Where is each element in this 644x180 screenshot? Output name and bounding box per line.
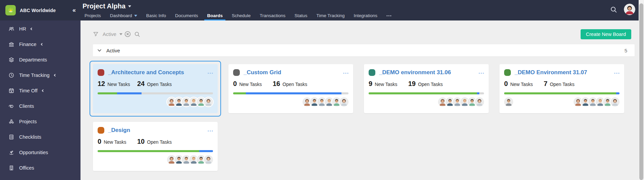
progress-done-segment <box>98 92 117 94</box>
tab-basic-info[interactable]: Basic Info <box>146 11 166 20</box>
workspace-brand[interactable]: ABC Worldwide « <box>0 0 80 20</box>
vertical-scrollbar[interactable] <box>639 0 644 180</box>
open-tasks-count: 19 <box>408 80 416 88</box>
board-title[interactable]: _Architecture and Concepts <box>108 69 184 76</box>
ellipsis-icon <box>386 15 391 16</box>
progress-open-segment <box>117 92 141 94</box>
tab-integrations[interactable]: Integrations <box>354 11 378 20</box>
chevron-left-icon <box>40 43 43 46</box>
sidebar-item-time-tracking[interactable]: Time Tracking <box>0 68 80 83</box>
tab-boards[interactable]: Boards <box>207 11 223 20</box>
open-tasks-count: 7 <box>544 80 547 88</box>
chevron-left-icon <box>30 27 33 31</box>
board-menu-button[interactable] <box>205 71 213 74</box>
create-new-board-button[interactable]: Create New Board <box>581 29 631 39</box>
board-title[interactable]: _DEMO Environment 31.07 <box>515 69 587 76</box>
board-menu-button[interactable] <box>611 71 620 74</box>
sidebar-item-departments[interactable]: Departments <box>0 52 80 68</box>
tab-projects[interactable]: Projects <box>85 11 101 20</box>
ellipsis-icon <box>343 73 348 74</box>
sidebar-collapse-icon[interactable]: « <box>72 7 76 14</box>
circle-x-icon <box>124 31 131 37</box>
board-color-dot <box>98 127 104 134</box>
sidebar-item-time-off[interactable]: Time Off <box>0 83 80 98</box>
clock-icon <box>8 72 14 78</box>
open-tasks-count: 10 <box>137 138 145 145</box>
sidebar-item-finance[interactable]: Finance <box>0 37 80 52</box>
clear-filter-button[interactable] <box>124 31 131 37</box>
board-avatars <box>98 155 213 165</box>
checklist-icon <box>8 134 14 140</box>
page-title[interactable]: Project Alpha <box>83 2 125 10</box>
board-title[interactable]: _Design <box>108 127 130 134</box>
sidebar-item-clients[interactable]: Clients <box>0 98 80 114</box>
new-tasks-count: 12 <box>98 80 105 88</box>
board-color-dot <box>369 69 375 76</box>
group-header-active[interactable]: Active 5 <box>93 44 635 56</box>
filter-value: Active <box>103 31 116 37</box>
board-menu-button[interactable] <box>476 71 484 74</box>
board-progress-bar <box>98 92 213 94</box>
group-count: 5 <box>625 48 627 53</box>
sidebar-item-projects[interactable]: Projects <box>0 114 80 129</box>
sidebar-item-offices[interactable]: Offices <box>0 160 80 176</box>
progress-done-segment <box>369 92 477 94</box>
progress-done-segment <box>98 150 199 152</box>
board-card[interactable]: _Custom Grid 0New Tasks 16Open Tasks <box>228 64 353 113</box>
company-logo-icon <box>5 5 16 15</box>
board-card-wrapper: _Design 0New Tasks 10Open Tasks <box>90 119 221 174</box>
tab-transactions[interactable]: Transactions <box>260 11 285 20</box>
sidebar-item-opportunities[interactable]: Opportunities <box>0 145 80 160</box>
board-cards: _Architecture and Concepts 12New Tasks 2… <box>90 61 640 174</box>
funnel-icon <box>93 31 99 37</box>
progress-done-segment <box>233 92 246 94</box>
bank-icon <box>8 41 14 47</box>
cluster-icon <box>8 119 14 125</box>
board-card[interactable]: _DEMO Environment 31.07 0New Tasks 7Open… <box>499 64 624 113</box>
global-search-icon[interactable] <box>610 6 617 13</box>
tabs-overflow-button[interactable] <box>386 11 391 20</box>
people-icon <box>8 26 14 32</box>
new-tasks-count: 0 <box>233 80 237 88</box>
board-card[interactable]: _Design 0New Tasks 10Open Tasks <box>93 122 218 171</box>
open-tasks-count: 24 <box>137 80 145 88</box>
board-card-wrapper: _Custom Grid 0New Tasks 16Open Tasks <box>225 61 357 117</box>
tab-documents[interactable]: Documents <box>175 11 198 20</box>
board-title[interactable]: _Custom Grid <box>244 69 281 76</box>
sidebar-item-hr[interactable]: HR <box>0 21 80 37</box>
avatar <box>339 97 348 106</box>
avatar <box>610 97 620 106</box>
top-header: ABC Worldwide « Project Alpha Projects D… <box>0 0 644 20</box>
chevron-down-icon[interactable] <box>97 49 102 52</box>
tab-schedule[interactable]: Schedule <box>232 11 251 20</box>
seedling-icon <box>8 149 14 155</box>
board-progress-bar <box>369 92 484 94</box>
tab-status[interactable]: Status <box>294 11 307 20</box>
board-menu-button[interactable] <box>340 71 348 74</box>
board-progress-bar <box>98 150 213 152</box>
progress-open-segment <box>616 92 620 94</box>
board-search-button[interactable] <box>134 31 140 37</box>
calendar-x-icon <box>8 88 14 94</box>
filter-dropdown[interactable]: Active <box>93 31 122 37</box>
filter-caret-icon <box>119 33 122 35</box>
handshake-icon <box>8 103 14 109</box>
board-card[interactable]: _DEMO environment 31.06 9New Tasks 19Ope… <box>364 64 489 113</box>
dashboard-caret-icon <box>134 15 137 17</box>
board-color-dot <box>98 69 104 76</box>
scrollbar-thumb[interactable] <box>639 3 643 180</box>
board-card[interactable]: _Architecture and Concepts 12New Tasks 2… <box>93 64 218 113</box>
tab-time-tracking[interactable]: Time Tracking <box>316 11 344 20</box>
title-caret-icon[interactable] <box>128 5 131 7</box>
board-menu-button[interactable] <box>205 129 213 132</box>
new-tasks-count: 0 <box>98 138 101 145</box>
board-progress-bar <box>504 92 620 94</box>
new-tasks-count: 0 <box>504 80 508 88</box>
search-icon <box>134 31 140 37</box>
new-tasks-count: 9 <box>369 80 372 88</box>
user-avatar[interactable] <box>624 4 635 15</box>
tab-dashboard[interactable]: Dashboard <box>110 11 137 20</box>
sidebar-item-checklists[interactable]: Checklists <box>0 129 80 145</box>
filter-toolbar: Active Create New Board <box>93 29 635 39</box>
board-title[interactable]: _DEMO environment 31.06 <box>379 69 451 76</box>
